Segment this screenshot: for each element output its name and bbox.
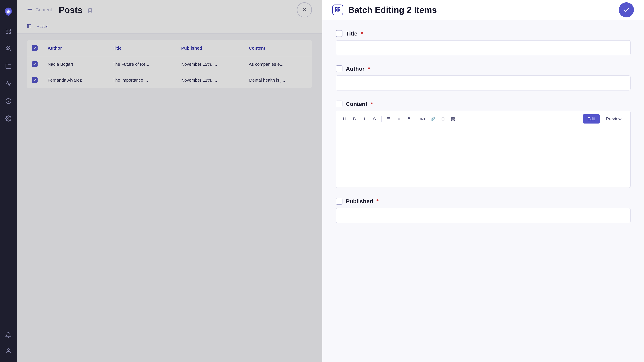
row2-title: The Importance ... bbox=[108, 72, 176, 88]
published-field-checkbox[interactable] bbox=[336, 198, 342, 205]
secondary-nav: Posts bbox=[17, 20, 322, 33]
svg-rect-3 bbox=[6, 32, 8, 34]
top-nav: Content Posts ✕ bbox=[17, 0, 322, 20]
row2-published: November 11th, ... bbox=[176, 72, 244, 88]
toolbar-ordered-btn[interactable]: ≡ bbox=[394, 115, 403, 123]
toolbar-strikethrough-btn[interactable]: S bbox=[370, 115, 379, 123]
bell-icon[interactable] bbox=[4, 331, 13, 340]
sidebar bbox=[0, 0, 17, 362]
settings-icon[interactable] bbox=[4, 114, 13, 123]
analytics-icon[interactable] bbox=[4, 79, 13, 88]
content-label-row: Content * bbox=[336, 100, 630, 107]
page-title-text: Posts bbox=[59, 5, 82, 15]
svg-rect-4 bbox=[9, 32, 11, 34]
author-required: * bbox=[368, 65, 370, 72]
user-circle-icon[interactable] bbox=[4, 346, 13, 355]
svg-point-10 bbox=[8, 349, 10, 351]
toolbar-edit-tab[interactable]: Edit bbox=[583, 114, 600, 123]
page-title: Posts bbox=[59, 5, 92, 15]
toolbar-preview-tab[interactable]: Preview bbox=[602, 114, 626, 123]
svg-rect-14 bbox=[28, 24, 31, 28]
close-button[interactable]: ✕ bbox=[297, 2, 312, 17]
row2-author: Fernanda Alvarez bbox=[42, 72, 108, 88]
author-label-row: Author * bbox=[336, 65, 630, 72]
toolbar-divider-2 bbox=[416, 116, 416, 122]
toolbar-link-btn[interactable]: 🔗 bbox=[429, 115, 437, 123]
toolbar-table-btn[interactable]: ⊞ bbox=[439, 115, 447, 123]
toolbar-divider-1 bbox=[381, 116, 382, 122]
toolbar-image-btn[interactable]: 🖼 bbox=[449, 115, 457, 123]
svg-rect-16 bbox=[336, 8, 338, 9]
author-label: Author bbox=[346, 65, 364, 72]
row1-content: As companies e... bbox=[244, 56, 312, 72]
batch-edit-icon bbox=[332, 4, 343, 15]
editor-toolbar: H B I S ☰ ≡ ❝ </> 🔗 ⊞ 🖼 Edit Preview bbox=[336, 111, 630, 127]
toolbar-italic-btn[interactable]: I bbox=[360, 115, 368, 123]
author-field: Author * bbox=[336, 65, 630, 90]
row1-author: Nadia Bogart bbox=[42, 56, 108, 72]
published-label-row: Published * bbox=[336, 198, 630, 205]
users-icon[interactable] bbox=[4, 44, 13, 53]
title-field-checkbox[interactable] bbox=[336, 30, 342, 37]
svg-rect-2 bbox=[9, 29, 11, 31]
batch-edit-header: Batch Editing 2 Items bbox=[322, 0, 644, 20]
title-required: * bbox=[361, 30, 363, 37]
toolbar-quote-btn[interactable]: ❝ bbox=[404, 115, 413, 123]
row1-title: The Future of Re... bbox=[108, 56, 176, 72]
batch-edit-panel: Batch Editing 2 Items Title * Author * bbox=[322, 0, 644, 362]
row2-checkbox[interactable] bbox=[32, 77, 38, 83]
bookmark-icon[interactable] bbox=[88, 5, 92, 15]
select-all-checkbox[interactable] bbox=[32, 45, 38, 51]
posts-nav-label[interactable]: Posts bbox=[36, 24, 48, 29]
row1-checkbox[interactable] bbox=[32, 61, 38, 67]
table-area: Author Title Published Content Nadia Bog… bbox=[17, 33, 322, 95]
content-field-checkbox[interactable] bbox=[336, 100, 342, 107]
info-icon[interactable] bbox=[4, 96, 13, 106]
content-field: Content * H B I S ☰ ≡ ❝ </> 🔗 ⊞ 🖼 bbox=[336, 100, 630, 188]
svg-point-9 bbox=[8, 118, 9, 119]
author-input[interactable] bbox=[336, 75, 630, 90]
table-row: Fernanda Alvarez The Importance ... Nove… bbox=[27, 72, 312, 88]
title-input[interactable] bbox=[336, 40, 630, 55]
col-published[interactable]: Published bbox=[176, 40, 244, 56]
col-author[interactable]: Author bbox=[42, 40, 108, 56]
toolbar-code-btn[interactable]: </> bbox=[418, 115, 427, 123]
breadcrumb-label: Content bbox=[36, 7, 52, 12]
toolbar-bullet-btn[interactable]: ☰ bbox=[384, 115, 393, 123]
col-content[interactable]: Content bbox=[244, 40, 312, 56]
posts-nav-icon bbox=[27, 24, 32, 30]
published-input[interactable] bbox=[336, 208, 630, 223]
row2-check-cell bbox=[27, 72, 42, 88]
title-field: Title * bbox=[336, 30, 630, 55]
author-field-checkbox[interactable] bbox=[336, 65, 342, 72]
title-label: Title bbox=[346, 30, 358, 37]
content-required: * bbox=[371, 101, 373, 107]
published-required: * bbox=[376, 198, 378, 205]
svg-rect-17 bbox=[338, 8, 340, 9]
toolbar-heading-btn[interactable]: H bbox=[340, 115, 348, 123]
content-editor-container: H B I S ☰ ≡ ❝ </> 🔗 ⊞ 🖼 Edit Preview bbox=[336, 111, 630, 188]
layout-icon[interactable] bbox=[4, 27, 13, 36]
table-row: Nadia Bogart The Future of Re... Novembe… bbox=[27, 56, 312, 72]
posts-table: Author Title Published Content Nadia Bog… bbox=[27, 40, 312, 88]
row2-content: Mental health is j... bbox=[244, 72, 312, 88]
content-editor-body[interactable] bbox=[336, 127, 630, 188]
svg-rect-1 bbox=[6, 29, 8, 31]
col-title[interactable]: Title bbox=[108, 40, 176, 56]
row1-published: November 12th, ... bbox=[176, 56, 244, 72]
sidebar-bottom bbox=[4, 331, 13, 355]
menu-icon bbox=[27, 6, 33, 13]
content-area: Content Posts ✕ Posts bbox=[17, 0, 322, 362]
batch-edit-form: Title * Author * Content * H bbox=[322, 20, 644, 233]
folder-icon[interactable] bbox=[4, 62, 13, 71]
confirm-button[interactable] bbox=[619, 2, 634, 17]
svg-point-5 bbox=[7, 46, 9, 49]
published-label: Published bbox=[346, 198, 373, 205]
published-field: Published * bbox=[336, 198, 630, 223]
app-logo[interactable] bbox=[3, 7, 14, 17]
title-label-row: Title * bbox=[336, 30, 630, 37]
toolbar-bold-btn[interactable]: B bbox=[350, 115, 358, 123]
svg-rect-18 bbox=[336, 10, 338, 12]
svg-rect-19 bbox=[338, 10, 340, 12]
sidebar-nav bbox=[4, 27, 13, 123]
